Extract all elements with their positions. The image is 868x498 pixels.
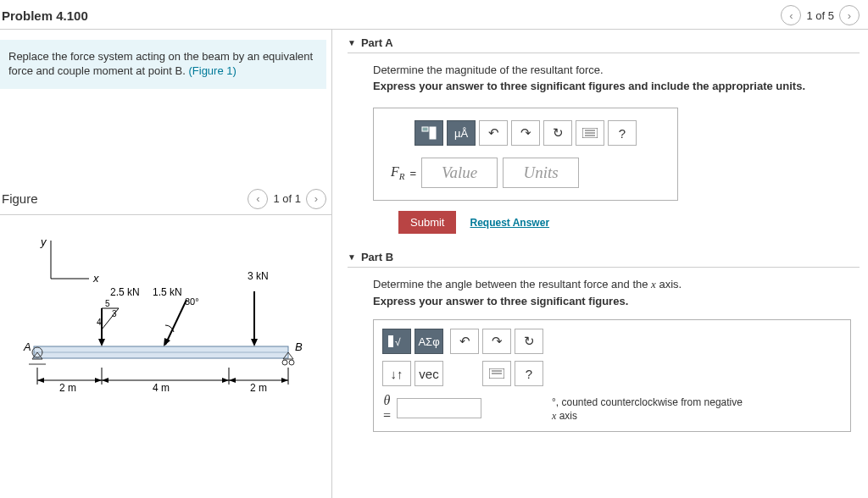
svg-text:y: y bbox=[40, 235, 47, 248]
variable-label: FR bbox=[391, 164, 405, 181]
svg-rect-47 bbox=[388, 335, 393, 347]
svg-marker-34 bbox=[222, 378, 229, 383]
svg-text:4 m: 4 m bbox=[153, 382, 170, 394]
svg-text:√: √ bbox=[395, 336, 401, 348]
svg-text:A: A bbox=[23, 340, 31, 353]
suffix-text: °, counted counterclockwise from negativ… bbox=[552, 396, 747, 423]
part-a-title: Part A bbox=[361, 36, 393, 49]
theta-label: θ= bbox=[382, 393, 392, 423]
keyboard-button[interactable] bbox=[482, 361, 511, 386]
keyboard-button[interactable] bbox=[576, 120, 604, 146]
prompt-box: Replace the force system acting on the b… bbox=[0, 40, 326, 89]
svg-marker-23 bbox=[251, 339, 258, 346]
svg-text:5: 5 bbox=[105, 299, 110, 308]
part-b-question: Determine the angle between the resultan… bbox=[373, 278, 851, 291]
svg-text:2.5 kN: 2.5 kN bbox=[110, 286, 140, 298]
svg-line-18 bbox=[165, 300, 186, 345]
part-b-instruction: Express your answer to three significant… bbox=[373, 295, 851, 307]
help-button[interactable]: ? bbox=[515, 361, 543, 386]
arrows-button[interactable]: ↓↑ bbox=[382, 361, 411, 386]
reset-button[interactable]: ↻ bbox=[543, 120, 572, 146]
angle-input[interactable] bbox=[397, 398, 481, 418]
svg-marker-13 bbox=[98, 339, 105, 346]
svg-text:2 m: 2 m bbox=[59, 382, 76, 394]
undo-button[interactable]: ↶ bbox=[450, 329, 479, 354]
value-input[interactable]: Value bbox=[421, 158, 498, 188]
collapse-icon: ▼ bbox=[348, 252, 356, 262]
redo-button[interactable]: ↷ bbox=[482, 329, 511, 354]
units-button[interactable]: µÅ bbox=[447, 120, 476, 146]
svg-text:1.5 kN: 1.5 kN bbox=[153, 286, 182, 298]
svg-text:3 kN: 3 kN bbox=[248, 270, 269, 282]
help-button[interactable]: ? bbox=[608, 120, 637, 146]
svg-text:3: 3 bbox=[112, 309, 117, 318]
part-b-title: Part B bbox=[361, 251, 393, 263]
svg-marker-30 bbox=[37, 378, 44, 383]
units-input[interactable]: Units bbox=[503, 158, 579, 188]
svg-rect-41 bbox=[422, 127, 428, 131]
prev-problem-button[interactable]: ‹ bbox=[781, 5, 801, 25]
part-a-instruction: Express your answer to three significant… bbox=[373, 80, 851, 92]
reset-button[interactable]: ↻ bbox=[515, 329, 543, 354]
next-problem-button[interactable]: › bbox=[839, 5, 860, 25]
figure-diagram: y x A B bbox=[0, 215, 331, 438]
svg-marker-33 bbox=[102, 378, 108, 383]
part-a-header[interactable]: ▼ Part A bbox=[348, 30, 860, 53]
request-answer-link[interactable]: Request Answer bbox=[470, 217, 549, 229]
symbols-button[interactable]: ΑΣφ bbox=[415, 329, 443, 354]
svg-marker-31 bbox=[95, 378, 102, 383]
svg-text:B: B bbox=[295, 340, 303, 353]
collapse-icon: ▼ bbox=[348, 38, 356, 47]
svg-marker-37 bbox=[281, 378, 288, 383]
part-b-header[interactable]: ▼ Part B bbox=[348, 244, 860, 268]
vec-button[interactable]: vec bbox=[415, 361, 443, 386]
next-figure-button[interactable]: › bbox=[306, 189, 326, 209]
svg-point-9 bbox=[289, 360, 294, 365]
equals-label: = bbox=[410, 167, 417, 180]
figure-pager: 1 of 1 bbox=[273, 192, 301, 205]
svg-marker-19 bbox=[164, 338, 170, 346]
prompt-text: Replace the force system acting on the b… bbox=[8, 50, 313, 77]
part-a-question: Determine the magnitude of the resultant… bbox=[373, 64, 851, 76]
problem-pager: 1 of 5 bbox=[806, 9, 834, 22]
figure-label: Figure bbox=[2, 191, 38, 206]
svg-text:4: 4 bbox=[97, 318, 102, 327]
answer-box-a: µÅ ↶ ↷ ↻ ? FR = Value Units bbox=[373, 108, 678, 201]
problem-title: Problem 4.100 bbox=[2, 8, 88, 23]
svg-text:2 m: 2 m bbox=[250, 382, 267, 394]
svg-text:x: x bbox=[92, 272, 99, 285]
redo-button[interactable]: ↷ bbox=[511, 120, 540, 146]
svg-text:30°: 30° bbox=[185, 296, 199, 307]
svg-marker-36 bbox=[229, 378, 236, 383]
answer-box-b: √ ΑΣφ ↶ ↷ ↻ ↓↑ vec ? bbox=[382, 329, 543, 423]
undo-button[interactable]: ↶ bbox=[479, 120, 508, 146]
svg-rect-42 bbox=[430, 127, 436, 139]
figure-link[interactable]: (Figure 1) bbox=[188, 64, 236, 77]
submit-button[interactable]: Submit bbox=[398, 211, 456, 234]
sqrt-button[interactable]: √ bbox=[382, 329, 411, 354]
svg-point-8 bbox=[282, 360, 287, 365]
template-button[interactable] bbox=[415, 120, 443, 146]
prev-figure-button[interactable]: ‹ bbox=[248, 189, 268, 209]
